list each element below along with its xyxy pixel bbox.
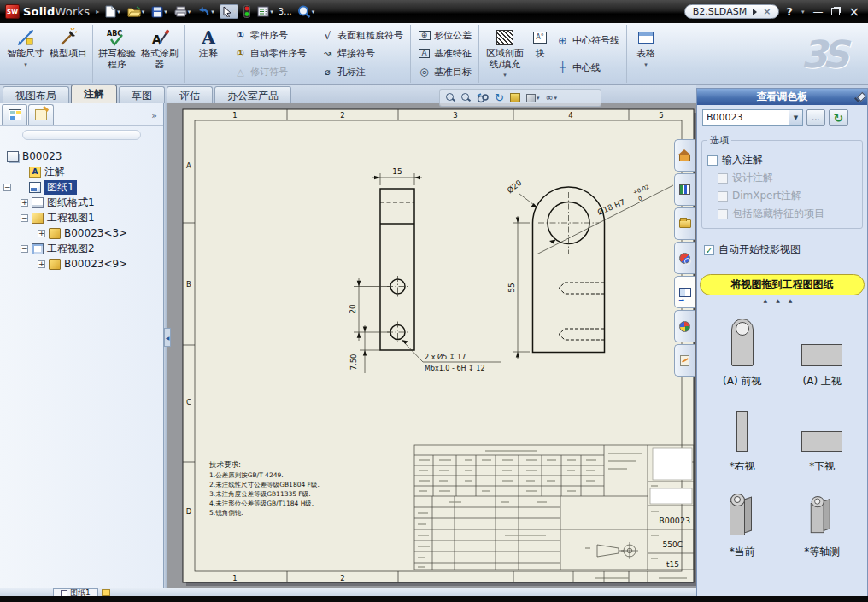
drawing-sheet[interactable]: [183, 109, 694, 582]
dim-height[interactable]: 55: [507, 283, 516, 292]
close-button[interactable]: ×: [848, 4, 859, 20]
tree-item-root[interactable]: B00023: [0, 149, 163, 164]
add-sheet-button[interactable]: [102, 589, 110, 596]
help-dropdown-icon[interactable]: ▾: [801, 9, 805, 15]
new-document-button[interactable]: ▾: [103, 4, 122, 19]
tab-office[interactable]: 办公室产品: [214, 86, 291, 103]
area-hatch-button[interactable]: 区域剖面线/填充 ▾: [482, 26, 528, 82]
search-button[interactable]: ▾: [296, 4, 317, 19]
select-button[interactable]: ▾: [220, 4, 239, 19]
tree-item-annotations[interactable]: A 注解: [0, 164, 163, 179]
combo-dropdown-icon[interactable]: ▼: [789, 110, 802, 125]
centerline-button[interactable]: ┼ 中心线: [554, 59, 622, 76]
toolbar-overflow[interactable]: 3...: [279, 7, 292, 16]
surface-finish-button[interactable]: √ 表面粗糙度符号: [319, 27, 406, 44]
checkbox-checked-icon[interactable]: [704, 245, 714, 255]
options-list-button[interactable]: ▾: [255, 5, 275, 18]
format-painter-button[interactable]: A 格式涂刷器: [138, 26, 181, 82]
zoom-fit-button[interactable]: [446, 93, 455, 102]
model-items-button[interactable]: 模型项目: [47, 26, 90, 82]
display-style-button[interactable]: ▾: [526, 94, 540, 102]
view-thumb-right[interactable]: *右视: [702, 392, 783, 477]
document-tab[interactable]: B2.SLDASM ×: [684, 4, 780, 19]
tree-item-sheet1[interactable]: − 图纸1: [0, 179, 163, 195]
tree-item-view2-part[interactable]: + B00023<9>: [0, 256, 163, 272]
tree-filter-bar[interactable]: [22, 130, 141, 140]
taskpane-tab-file-explorer[interactable]: [674, 207, 695, 240]
auto-start-projected-view-checkbox[interactable]: 自动开始投影视图: [704, 243, 867, 257]
expand-icon[interactable]: +: [38, 230, 45, 237]
restore-button[interactable]: [831, 8, 840, 15]
view-thumb-front[interactable]: (A) 前视: [702, 307, 783, 392]
refresh-button[interactable]: ↻: [829, 109, 849, 126]
document-tab-expand-icon[interactable]: [753, 9, 757, 15]
spell-checker-button[interactable]: ABC 拼写检验程序: [96, 26, 138, 82]
undo-button[interactable]: ▾: [196, 5, 216, 18]
dim-hole-edge[interactable]: 7.50: [349, 354, 358, 371]
taskpane-tab-search[interactable]: [674, 242, 695, 274]
geometric-tolerance-button[interactable]: ⊕ 形位公差: [415, 27, 474, 44]
taskpane-tab-design-library[interactable]: [674, 173, 695, 206]
dimxpert-annotations-checkbox[interactable]: DimXpert注解: [718, 189, 859, 203]
tree-item-sheet-format[interactable]: + 图纸格式1: [0, 195, 163, 210]
document-close-icon[interactable]: ×: [763, 6, 771, 17]
tab-sketch[interactable]: 草图: [119, 86, 165, 103]
drag-handle-icon[interactable]: ▲▲▲: [697, 297, 867, 303]
tree-item-drawing-view2[interactable]: − 工程视图2: [0, 241, 163, 256]
previous-view-button[interactable]: [477, 93, 489, 103]
collapse-icon[interactable]: −: [21, 214, 28, 222]
include-hidden-features-checkbox[interactable]: 包括隐藏特征的项目: [718, 207, 859, 221]
3d-drawing-view-button[interactable]: [510, 93, 520, 102]
collapse-icon[interactable]: −: [3, 184, 11, 191]
minimize-button[interactable]: —: [812, 6, 823, 18]
hole-callout-button[interactable]: ⌀ 孔标注: [319, 63, 406, 80]
import-annotations-checkbox[interactable]: 输入注解: [707, 153, 859, 167]
document-combo[interactable]: B00023 ▼: [702, 109, 803, 126]
graphics-area[interactable]: 1 2 3 4 5 1 2 A B C D: [167, 103, 696, 588]
hole-callout-line1[interactable]: 2 x Ø5 ↧ 17: [425, 353, 466, 361]
featuremanager-tree-tab[interactable]: [2, 104, 27, 125]
datum-target-button[interactable]: ◎ 基准目标: [415, 63, 474, 80]
auto-balloon-button[interactable]: ① 自动零件序号: [232, 45, 309, 62]
table-button[interactable]: 表格 ▾: [630, 26, 662, 82]
help-button[interactable]: ?: [786, 5, 793, 18]
hide-show-items-button[interactable]: ∞▾: [545, 93, 557, 102]
tab-annotation[interactable]: 注解: [71, 85, 117, 103]
checkbox-icon[interactable]: [707, 155, 718, 166]
browse-button[interactable]: ...: [806, 109, 825, 126]
revision-symbol-button[interactable]: △ 修订符号: [232, 63, 309, 80]
note-button[interactable]: A 注释: [187, 26, 230, 82]
tree-item-view1-part[interactable]: + B00023<3>: [0, 225, 163, 241]
taskpane-tab-resources[interactable]: [674, 139, 695, 172]
datum-feature-button[interactable]: A 基准特征: [415, 45, 474, 62]
balloon-button[interactable]: ① 零件序号: [232, 27, 309, 44]
tab-overflow-chevron[interactable]: »: [151, 110, 161, 125]
weld-symbol-button[interactable]: ↝ 焊接符号: [319, 45, 406, 62]
center-mark-button[interactable]: ⊕ 中心符号线: [554, 32, 622, 49]
tree-item-drawing-view1[interactable]: − 工程视图1: [0, 210, 163, 225]
menu-expand-icon[interactable]: ▸: [96, 8, 99, 15]
propertymanager-tab[interactable]: [28, 104, 54, 125]
taskpane-tab-view-palette[interactable]: [674, 276, 695, 308]
collapse-icon[interactable]: −: [21, 245, 28, 253]
taskpane-tab-appearances[interactable]: [674, 310, 695, 342]
tab-evaluate[interactable]: 评估: [167, 86, 213, 103]
view-thumb-isometric[interactable]: *等轴测: [783, 477, 863, 563]
hole-callout-line2[interactable]: M6x1.0 - 6H ↧ 12: [425, 365, 485, 372]
drawing-canvas[interactable]: 1 2 3 4 5 1 2 A B C D: [167, 103, 696, 588]
smart-dimension-button[interactable]: 智能尺寸 ▾: [4, 26, 47, 82]
open-button[interactable]: ▾: [126, 5, 147, 18]
tab-view-layout[interactable]: 视图布局: [3, 86, 69, 103]
view-thumb-current[interactable]: *当前: [702, 477, 783, 563]
block-button[interactable]: A° 块: [528, 26, 552, 82]
view-thumb-bottom[interactable]: *下视: [783, 392, 863, 477]
pin-icon[interactable]: [854, 92, 864, 102]
expand-icon[interactable]: +: [21, 199, 28, 207]
taskpane-tab-custom-properties[interactable]: [674, 344, 695, 377]
zoom-area-button[interactable]: [461, 93, 471, 102]
dim-width[interactable]: 15: [392, 167, 402, 176]
print-button[interactable]: ▾: [173, 5, 193, 18]
design-annotations-checkbox[interactable]: 设计注解: [718, 171, 859, 185]
expand-icon[interactable]: +: [38, 260, 45, 268]
panel-collapse-handle[interactable]: ◀: [164, 328, 171, 347]
